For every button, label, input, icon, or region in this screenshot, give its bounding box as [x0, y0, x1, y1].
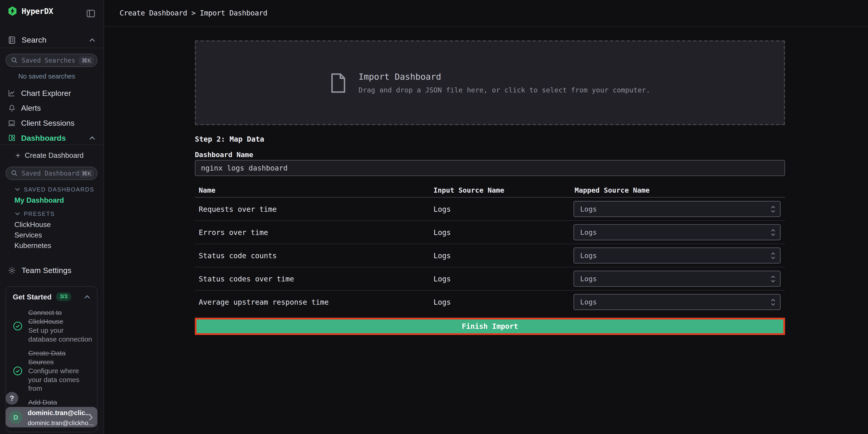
table-row: Status codes over time Logs Logs [195, 267, 785, 290]
sidebar-item-team-settings[interactable]: Team Settings [0, 263, 103, 277]
chevron-up-icon [89, 136, 95, 140]
laptop-icon [8, 119, 16, 127]
task-subtitle: Set up your database connection [28, 327, 92, 343]
row-input-source: Logs [434, 275, 451, 283]
saved-dashboards-placeholder: Saved Dashboards [22, 169, 79, 177]
user-menu[interactable]: D dominic.tran@clic... dominic.tran@clic… [5, 407, 97, 427]
chevron-up-icon [89, 38, 95, 42]
row-name: Status codes over time [199, 275, 294, 283]
search-section-icon [8, 36, 16, 44]
saved-dashboards-group[interactable]: SAVED DASHBOARDS [15, 186, 94, 193]
no-saved-searches-note: No saved searches [18, 72, 75, 80]
sidebar-collapse-icon[interactable] [86, 9, 95, 18]
breadcrumb: Create Dashboard > Import Dashboard [120, 9, 267, 17]
sidebar-item-kubernetes[interactable]: Kubernetes [14, 241, 51, 250]
select-chevrons-icon [771, 205, 776, 213]
selected-option: Logs [580, 275, 597, 283]
mapped-source-select[interactable]: Logs [574, 224, 781, 241]
gear-icon [8, 266, 16, 274]
topbar: Create Dashboard > Import Dashboard [104, 0, 868, 27]
saved-searches-search[interactable]: Saved Searches ⌘K [5, 54, 97, 67]
dropzone-subtitle: Drag and drop a JSON file here, or click… [359, 86, 650, 94]
selected-option: Logs [580, 251, 597, 259]
row-name: Status code counts [199, 251, 277, 259]
row-name: Requests over time [199, 205, 277, 213]
table-row: Status code counts Logs Logs [195, 244, 785, 267]
sidebar-item-alerts[interactable]: Alerts [0, 101, 103, 115]
task-subtitle: Configure where your data comes from [28, 367, 80, 393]
selected-option: Logs [580, 228, 597, 236]
column-header-name: Name [199, 186, 215, 194]
task-create-data-sources[interactable]: Create Data Sources Configure where your… [6, 349, 97, 393]
task-title: Connect to ClickHouse [28, 309, 63, 326]
dashboard-name-input[interactable] [195, 160, 785, 176]
select-chevrons-icon [771, 252, 776, 259]
column-header-input-source: Input Source Name [434, 186, 504, 194]
task-connect-clickhouse[interactable]: Connect to ClickHouse Set up your databa… [6, 308, 97, 344]
sidebar-item-dashboards[interactable]: Dashboards [0, 131, 103, 144]
search-section-label: Search [22, 35, 46, 44]
create-dashboard-button[interactable]: + Create Dashboard [16, 151, 84, 159]
bell-icon [8, 104, 16, 112]
sidebar-item-client-sessions[interactable]: Client Sessions [0, 116, 103, 130]
chevron-down-icon [15, 188, 20, 191]
avatar: D [9, 410, 23, 424]
table-row: Average upstream response time Logs Logs [195, 290, 785, 314]
sidebar: HyperDX Search Saved Searche [0, 0, 104, 434]
saved-searches-placeholder: Saved Searches [22, 57, 79, 64]
table-row: Errors over time Logs Logs [195, 221, 785, 244]
step-title: Step 2: Map Data [195, 135, 264, 143]
task-title: Create Data Sources [28, 349, 66, 366]
selected-option: Logs [580, 205, 597, 213]
finish-import-button[interactable]: Finish Import [195, 318, 785, 335]
search-icon [11, 57, 18, 64]
app-logo[interactable]: HyperDX [8, 6, 53, 16]
chevron-right-icon [89, 414, 93, 420]
row-name: Average upstream response time [199, 298, 329, 306]
mapped-source-select[interactable]: Logs [574, 201, 781, 217]
json-dropzone[interactable]: Import Dashboard Drag and drop a JSON fi… [195, 40, 785, 125]
sidebar-item-clickhouse[interactable]: ClickHouse [14, 220, 51, 228]
sidebar-item-services[interactable]: Services [14, 231, 42, 239]
hyperdx-logo-icon [8, 6, 17, 16]
divider [0, 48, 103, 48]
file-icon [330, 72, 346, 94]
select-chevrons-icon [771, 228, 776, 236]
chevron-down-icon [15, 212, 20, 215]
column-header-mapped-source: Mapped Source Name [575, 186, 650, 194]
app-name: HyperDX [22, 7, 53, 16]
mapped-source-select[interactable]: Logs [574, 294, 781, 310]
divider [0, 145, 103, 145]
row-input-source: Logs [434, 298, 451, 306]
sidebar-section-search[interactable]: Search [0, 33, 103, 47]
get-started-title: Get Started [13, 292, 52, 301]
sidebar-item-my-dashboard[interactable]: My Dashboard [14, 196, 64, 204]
check-circle-icon [13, 322, 22, 331]
help-button[interactable]: ? [5, 392, 18, 405]
row-input-source: Logs [434, 205, 451, 213]
progress-badge: 3/3 [56, 292, 71, 301]
dropzone-title: Import Dashboard [359, 72, 650, 82]
select-chevrons-icon [771, 275, 776, 283]
select-chevrons-icon [771, 298, 776, 306]
chevron-up-icon[interactable] [84, 295, 90, 299]
search-icon [11, 170, 18, 177]
shortcut-badge: ⌘K [79, 169, 94, 177]
presets-group[interactable]: PRESETS [15, 210, 55, 217]
sidebar-item-chart-explorer[interactable]: Chart Explorer [0, 86, 103, 99]
task-title: Add Data [28, 399, 57, 406]
main-area: Create Dashboard > Import Dashboard Impo… [104, 0, 868, 434]
row-input-source: Logs [434, 251, 451, 259]
selected-option: Logs [580, 298, 597, 306]
mapping-table: Requests over time Logs Logs Errors over… [195, 198, 785, 314]
row-input-source: Logs [434, 228, 451, 236]
mapped-source-select[interactable]: Logs [574, 248, 781, 264]
mapped-source-select[interactable]: Logs [574, 271, 781, 287]
check-circle-icon [13, 366, 22, 375]
dashboard-grid-icon [8, 134, 16, 142]
dashboard-name-label: Dashboard Name [195, 151, 253, 159]
row-name: Errors over time [199, 228, 268, 236]
shortcut-badge: ⌘K [79, 56, 94, 64]
user-name: dominic.tran@clic... [28, 409, 91, 416]
saved-dashboards-search[interactable]: Saved Dashboards ⌘K [5, 167, 97, 180]
